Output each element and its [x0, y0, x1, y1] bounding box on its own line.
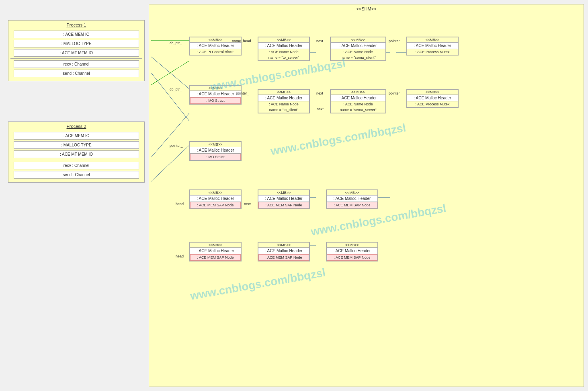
- next-label-3: next: [244, 202, 251, 206]
- process2-recv: recv : Channel: [14, 162, 139, 169]
- process1-box: Process 1 : ACE MEM IO : MALLOC TYPE : A…: [8, 20, 145, 81]
- cb-ptr-label: cb_ptr_: [170, 41, 182, 45]
- mb-mo2-field: : MO Struct: [190, 154, 241, 160]
- watermark-2: www.cnblogs.com/bbqzsl: [270, 121, 407, 158]
- watermark-4: www.cnblogs.com/bbqzsl: [189, 266, 327, 303]
- svg-line-1: [151, 61, 189, 85]
- mb-pm1-header: : ACE Malloc Header: [407, 43, 458, 49]
- mb-sap-6: <<MB>> : ACE Malloc Header : ACE MEM SAP…: [326, 242, 378, 261]
- svg-line-8: [151, 113, 189, 157]
- cb-ptr2-label: cb_ptr_: [170, 87, 182, 91]
- mb-tc-field2: name = "to_client": [258, 107, 309, 113]
- mb-mo-struct-2: <<MB>> : ACE Malloc Header : MO Struct p…: [189, 141, 242, 161]
- mb-sap2-header: : ACE Malloc Header: [258, 196, 309, 202]
- mb-sap6-field: : ACE MEM SAP Node: [327, 254, 377, 261]
- pointer-label-2: pointer_: [236, 91, 249, 95]
- process1-send: send : Channel: [14, 70, 139, 77]
- mb-pm2-stereotype: <<MB>>: [407, 90, 458, 95]
- mb-ss-header: : ACE Malloc Header: [331, 95, 385, 101]
- mb-mo2-stereotype: <<MB>>: [190, 142, 241, 147]
- mb-sap3-header: : ACE Malloc Header: [327, 196, 377, 202]
- process2-item-3: : ACE MT MEM IO: [14, 150, 139, 158]
- mb-sap5-stereotype: <<MB>>: [258, 243, 309, 248]
- svg-line-6: [151, 57, 189, 89]
- mb-sap5-header: : ACE Malloc Header: [258, 248, 309, 254]
- process1-item-1: : ACE MEM IO: [14, 31, 139, 38]
- mb-cb-header: : ACE Malloc Header: [190, 43, 241, 49]
- mb-cb-field: : ACE PI Control Block: [190, 49, 241, 55]
- mb-sap6-header: : ACE Malloc Header: [327, 248, 377, 254]
- mb-nh-field2: name = "to_server": [258, 55, 309, 60]
- mb-sap3-stereotype: <<MB>>: [327, 190, 377, 196]
- svg-line-9: [151, 145, 189, 181]
- mb-sema-server: <<MB>> : ACE Malloc Header : ACE Name No…: [330, 89, 386, 113]
- mb-sap3-field: : ACE MEM SAP Node: [327, 202, 377, 208]
- process2-item-2: : MALLOC TYPE: [14, 141, 139, 149]
- mb-mo1-stereotype: <<MB>>: [190, 86, 241, 91]
- mb-sap-4: <<MB>> : ACE Malloc Header : ACE MEM SAP…: [189, 242, 242, 261]
- mb-tc-header: : ACE Malloc Header: [258, 95, 309, 101]
- process1-recv: recv : Channel: [14, 60, 139, 68]
- mb-sap4-header: : ACE Malloc Header: [190, 248, 241, 254]
- mb-sap-1: <<MB>> : ACE Malloc Header : ACE MEM SAP…: [189, 189, 242, 209]
- left-panel: Process 1 : ACE MEM IO : MALLOC TYPE : A…: [4, 4, 149, 387]
- process2-box: Process 2 : ACE MEM IO : MALLOC TYPE : A…: [8, 121, 145, 183]
- name-head-label: name_head: [232, 39, 251, 43]
- process2-item-1: : ACE MEM IO: [14, 132, 139, 140]
- mb-sap2-field: : ACE MEM SAP Node: [258, 202, 309, 208]
- mb-sema-client: <<MB>> : ACE Malloc Header : ACE Name No…: [330, 37, 386, 61]
- mb-tc-stereotype: <<MB>>: [258, 90, 309, 95]
- mb-sap4-field: : ACE MEM SAP Node: [190, 254, 241, 261]
- mb-pm2-field: : ACE Process Mutex: [407, 101, 458, 107]
- mb-mo1-header: : ACE Malloc Header: [190, 91, 241, 97]
- mb-ss-field2: name = "sema_server": [331, 107, 385, 113]
- pointer-label-1: pointer: [389, 39, 400, 43]
- mb-mo2-header: : ACE Malloc Header: [190, 147, 241, 153]
- shm-panel: <<SHM>>: [149, 4, 584, 387]
- mb-name-head: <<MB>> : ACE Malloc Header : ACE Name No…: [258, 37, 310, 61]
- pointer-label-3: pointer: [389, 91, 400, 95]
- mb-sc-field2: name = "sema_client": [331, 55, 385, 60]
- mb-sap2-stereotype: <<MB>>: [258, 190, 309, 196]
- mb-nh-field1: : ACE Name Node: [258, 49, 309, 55]
- mb-sc-header: : ACE Malloc Header: [331, 43, 385, 49]
- mb-pm2-header: : ACE Malloc Header: [407, 95, 458, 101]
- pointer-label-4: pointer_: [170, 144, 183, 148]
- next-label-1: next: [316, 39, 323, 43]
- mb-ss-stereotype: <<MB>>: [331, 90, 385, 95]
- mb-sap6-stereotype: <<MB>>: [327, 243, 377, 248]
- head-label-2: head: [176, 254, 184, 258]
- mb-mo-struct-1: <<MB>> : ACE Malloc Header : MO Struct c…: [189, 85, 242, 105]
- mb-to-client: <<MB>> : ACE Malloc Header : ACE Name No…: [258, 89, 310, 113]
- next-label-tc: next: [317, 107, 324, 111]
- mb-pm1-field: : ACE Process Mutex: [407, 49, 458, 55]
- mb-sap1-field: : ACE MEM SAP Node: [190, 202, 241, 208]
- mb-sap1-header: : ACE Malloc Header: [190, 196, 241, 202]
- process2-send: send : Channel: [14, 171, 139, 179]
- next-label-2: next: [316, 91, 323, 95]
- mb-mo1-field: : MO Struct: [190, 97, 241, 104]
- process1-item-3: : ACE MT MEM IO: [14, 49, 139, 57]
- mb-sap-5: <<MB>> : ACE Malloc Header : ACE MEM SAP…: [258, 242, 310, 261]
- process2-title: Process 2: [10, 124, 142, 129]
- mb-pm1-stereotype: <<MB>>: [407, 37, 458, 43]
- mb-sc-stereotype: <<MB>>: [331, 37, 385, 43]
- svg-line-7: [151, 73, 189, 121]
- mb-process-mutex-1: <<MB>> : ACE Malloc Header : ACE Process…: [406, 37, 459, 56]
- diagram-area: Process 1 : ACE MEM IO : MALLOC TYPE : A…: [4, 4, 584, 387]
- shm-title: <<SHM>>: [149, 4, 584, 13]
- mb-tc-field1: : ACE Name Node: [258, 101, 309, 107]
- mb-sc-field1: : ACE Name Node: [331, 49, 385, 55]
- process1-item-2: : MALLOC TYPE: [14, 40, 139, 47]
- head-label-1: head: [176, 202, 184, 206]
- mb-nh-stereotype: <<MB>>: [258, 37, 309, 43]
- mb-process-mutex-2: <<MB>> : ACE Malloc Header : ACE Process…: [406, 89, 459, 108]
- process1-title: Process 1: [10, 23, 142, 27]
- mb-sap-2: <<MB>> : ACE Malloc Header : ACE MEM SAP…: [258, 189, 310, 209]
- mb-nh-header: : ACE Malloc Header: [258, 43, 309, 49]
- mb-sap5-field: : ACE MEM SAP Node: [258, 254, 309, 261]
- mb-ss-field1: : ACE Name Node: [331, 101, 385, 107]
- mb-sap-3: <<MB>> : ACE Malloc Header : ACE MEM SAP…: [326, 189, 378, 209]
- mb-sap4-stereotype: <<MB>>: [190, 243, 241, 248]
- mb-sap1-stereotype: <<MB>>: [190, 190, 241, 196]
